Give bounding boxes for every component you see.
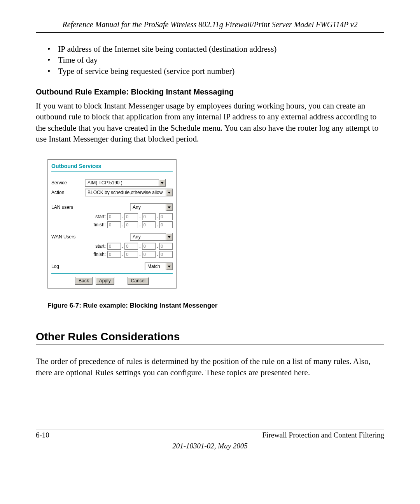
action-select[interactable]: BLOCK by schedule,otherwise allow [85,189,173,196]
lan-users-value: Any [130,204,143,211]
chevron-down-icon[interactable] [166,263,172,270]
ip-dot: . [139,243,140,249]
bullet-item: Type of service being requested (service… [47,66,384,77]
start-label: start: [87,214,106,219]
ip-dot: . [122,222,123,228]
wan-users-label: WAN Users [51,234,85,240]
ip-octet-input[interactable]: 0 [142,243,156,250]
button-bar: Back Apply Cancel [51,277,173,285]
panel-title: Outbound Services [51,162,173,172]
log-label: Log [51,264,85,269]
ip-octet-input[interactable]: 0 [107,213,121,220]
ip-octet-input[interactable]: 0 [124,251,138,258]
log-select[interactable]: Match [145,262,173,270]
ip-octet-input[interactable]: 0 [107,243,121,250]
ip-dot: . [139,252,140,257]
ip-octet-input[interactable]: 0 [124,221,138,228]
ip-octet-input[interactable]: 0 [159,243,173,250]
ip-dot: . [157,222,158,228]
bullet-item: IP address of the Internet site being co… [47,44,384,54]
start-label: start: [87,243,106,249]
ip-octet-input[interactable]: 0 [159,213,173,220]
log-value: Match [145,263,163,270]
ip-octet-input[interactable]: 0 [142,213,156,220]
panel-divider [51,172,173,172]
ip-octet-input[interactable]: 0 [159,251,173,258]
action-label: Action [51,190,85,195]
bullet-item: Time of day [47,54,384,65]
outbound-services-panel: Outbound Services Service AIM( TCP:5190 … [47,159,177,289]
body-paragraph: If you want to block Instant Messenger u… [36,100,384,144]
ip-dot: . [157,252,158,257]
chevron-down-icon[interactable] [166,204,172,211]
finish-label: finish: [87,222,106,228]
footer-section: Firewall Protection and Content Filterin… [262,431,384,439]
lan-users-select[interactable]: Any [130,203,173,211]
subheading: Outbound Rule Example: Blocking Instant … [36,88,384,96]
ip-octet-input[interactable]: 0 [124,213,138,220]
ip-octet-input[interactable]: 0 [107,251,121,258]
figure: Outbound Services Service AIM( TCP:5190 … [47,159,384,310]
ip-octet-input[interactable]: 0 [142,221,156,228]
chevron-down-icon[interactable] [166,189,172,196]
footer-rule [36,429,384,429]
ip-dot: . [157,214,158,219]
heading-2: Other Rules Considerations [36,331,384,343]
ip-dot: . [122,243,123,249]
page-number: 6-10 [36,431,49,439]
figure-caption: Figure 6-7: Rule example: Blocking Insta… [47,302,384,310]
panel-divider [51,273,173,274]
ip-dot: . [122,214,123,219]
bullet-list: IP address of the Internet site being co… [47,44,384,77]
chevron-down-icon[interactable] [159,179,165,186]
ip-octet-input[interactable]: 0 [107,221,121,228]
ip-dot: . [122,252,123,257]
ip-dot: . [157,243,158,249]
footer-date: 201-10301-02, May 2005 [36,442,384,450]
ip-dot: . [139,214,140,219]
action-value: BLOCK by schedule,otherwise allow [85,189,165,196]
service-label: Service [51,180,85,186]
apply-button[interactable]: Apply [96,277,114,285]
lan-users-label: LAN users [51,205,85,210]
ip-dot: . [139,222,140,228]
header-rule [36,32,384,33]
cancel-button[interactable]: Cancel [128,277,149,285]
wan-users-select[interactable]: Any [130,233,173,241]
ip-octet-input[interactable]: 0 [142,251,156,258]
page-footer: 6-10 Firewall Protection and Content Fil… [36,426,384,450]
back-button[interactable]: Back [75,277,93,285]
finish-label: finish: [87,252,106,257]
chevron-down-icon[interactable] [166,233,172,240]
wan-users-value: Any [130,233,143,240]
body-paragraph: The order of precedence of rules is dete… [36,356,384,378]
heading-rule [36,345,384,345]
ip-octet-input[interactable]: 0 [124,243,138,250]
service-value: AIM( TCP:5190 ) [85,179,125,186]
ip-octet-input[interactable]: 0 [159,221,173,228]
service-select[interactable]: AIM( TCP:5190 ) [85,179,166,187]
manual-header: Reference Manual for the ProSafe Wireles… [36,20,384,29]
